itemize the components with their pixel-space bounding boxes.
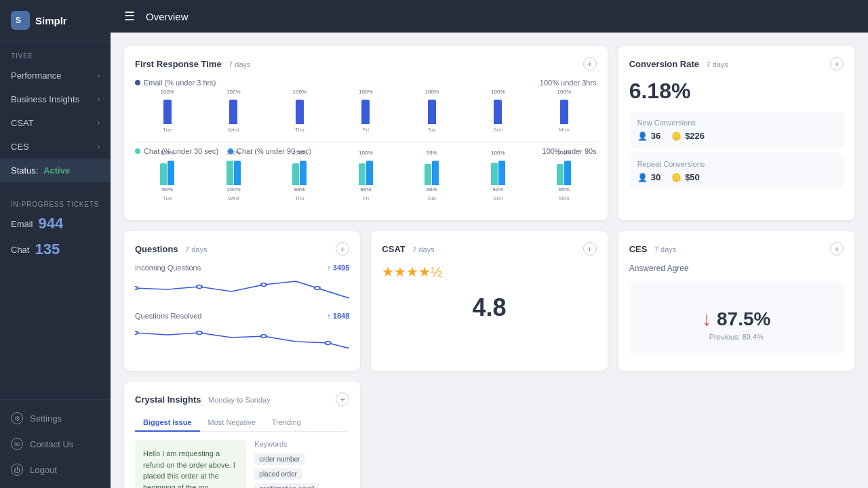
- logout-label: Logout: [30, 465, 57, 475]
- logo-area: S Simplr: [0, 0, 111, 41]
- card-add-button[interactable]: +: [336, 392, 349, 406]
- bar-container: [557, 158, 571, 185]
- ces-card: CES 7 days + Answered Agree ↓ 87.5% Prev…: [618, 231, 854, 371]
- email-percent: 100%: [540, 79, 559, 87]
- card-header: CES 7 days +: [629, 242, 844, 256]
- settings-label: Settings: [30, 413, 62, 424]
- bar-day: Thu: [295, 195, 304, 201]
- chevron-right-icon: ›: [98, 119, 100, 127]
- bar-container: [226, 158, 241, 185]
- card-title-area: CES 7 days: [629, 243, 677, 255]
- bar-label-side: 88%: [294, 186, 305, 192]
- email-bar-chart: 100% Tue 100% Wed 100% Thu 100% Fri 100%…: [135, 92, 597, 133]
- bar-label-side: 89%: [360, 186, 371, 192]
- card-add-button[interactable]: +: [830, 57, 844, 70]
- up-arrow-icon: ↑: [327, 264, 331, 272]
- bar-label-top: 99%: [427, 150, 437, 156]
- card-title-area: Crystal Insights Monday to Sunday: [135, 393, 271, 405]
- topbar: ☰ Overview: [111, 0, 868, 33]
- ces-title: CES: [629, 244, 648, 254]
- chat-chart-section: Chat (% under 30 sec) Chat (% under 90 s…: [135, 147, 597, 201]
- csat-card: CSAT 7 days + ★★★★½ 4.8: [371, 231, 607, 371]
- chat-blue-bar: [498, 161, 505, 185]
- sidebar-item-csat[interactable]: CSAT ›: [0, 111, 111, 135]
- bar-day: Wed: [228, 127, 239, 133]
- bar-label-top: 100%: [161, 89, 174, 95]
- bar-group-email-sun: 100% Sun: [466, 89, 531, 133]
- bar-label-top: 100%: [425, 89, 439, 95]
- bar-group-email-thu: 100% Thu: [267, 89, 332, 133]
- person-icon: 👤: [637, 131, 648, 141]
- hamburger-icon[interactable]: ☰: [124, 9, 135, 24]
- bar-container: [494, 97, 502, 124]
- new-conversions-row: 👤 36 🪙 $226: [637, 131, 835, 141]
- email-bar: [163, 100, 172, 124]
- gear-icon: ⚙: [11, 412, 23, 424]
- incoming-value: ↑ 3495: [327, 264, 349, 272]
- bar-day: Thu: [295, 127, 304, 133]
- card-add-button[interactable]: +: [830, 242, 844, 256]
- bar-label-top: 100%: [491, 89, 505, 95]
- csat-stars: ★★★★½: [382, 264, 596, 280]
- svg-point-5: [135, 331, 138, 335]
- chat-blue-bar: [167, 161, 174, 185]
- svg-point-4: [315, 287, 320, 290]
- questions-title: Questions: [135, 244, 178, 254]
- sidebar-item-performance[interactable]: Performance ›: [0, 64, 111, 87]
- repeat-revenue-item: 🪙 $50: [671, 172, 700, 182]
- crystal-body: Hello I am requesting a refund on the or…: [135, 440, 349, 488]
- bar-container: [359, 158, 373, 185]
- email-bar: [361, 100, 370, 124]
- keywords-tags: order numberplaced orderconfirmation ema…: [254, 453, 349, 488]
- bar-label-top: 100%: [359, 150, 372, 156]
- tab-biggest-issue[interactable]: Biggest Issue: [135, 414, 200, 432]
- bar-group-chat-sun: 100% 92% Sun: [466, 150, 531, 201]
- sidebar-logout[interactable]: ⏻ Logout: [0, 457, 111, 483]
- resolved-value: ↑ 1848: [327, 312, 349, 320]
- new-conversions-label: New Conversions: [637, 119, 835, 127]
- bar-label-top: 100%: [293, 150, 307, 156]
- bar-day: Fri: [363, 127, 369, 133]
- sidebar-settings[interactable]: ⚙ Settings: [0, 405, 111, 431]
- in-progress-section-label: IN-PROGRESS TICKETS: [0, 194, 111, 211]
- main-area: ☰ Overview First Response Time 7 days + …: [111, 0, 868, 488]
- svg-point-3: [261, 283, 267, 287]
- chat-cyan-bar: [226, 161, 233, 185]
- resolved-header: Questions Resolved ↑ 1848: [135, 312, 349, 320]
- card-header: Crystal Insights Monday to Sunday +: [135, 392, 349, 406]
- card-add-button[interactable]: +: [583, 242, 597, 256]
- ces-period: 7 days: [654, 245, 676, 253]
- email-value-right: 100% under 3hrs: [540, 79, 597, 87]
- bar-label-side: 100%: [226, 186, 240, 192]
- bar-day: Mon: [559, 195, 570, 201]
- bar-container: [425, 158, 439, 185]
- resolved-line-chart: [135, 323, 349, 353]
- logo-icon: S: [11, 11, 30, 30]
- chat-cyan-bar: [491, 163, 498, 185]
- bar-group-email-sat: 100% Sat: [399, 89, 465, 133]
- card-add-button[interactable]: +: [583, 57, 597, 70]
- coin-icon: 🪙: [671, 131, 682, 141]
- bar-group-chat-tue: 100% 90% Tue: [135, 150, 200, 201]
- bar-day: Sat: [428, 127, 436, 133]
- bar-container: [292, 158, 307, 185]
- tab-trending[interactable]: Trending: [264, 414, 309, 432]
- sidebar-item-business-insights[interactable]: Business Insights ›: [0, 87, 111, 111]
- bar-container: [428, 97, 436, 124]
- card-title-area: Questions 7 days: [135, 243, 207, 255]
- page-title: Overview: [146, 11, 189, 22]
- keyword-tag: confirmation email: [254, 483, 319, 488]
- sidebar-contact[interactable]: ✉ Contact Us: [0, 431, 111, 457]
- email-legend-item: Email (% under 3 hrs): [135, 79, 216, 87]
- incoming-questions-chart: Incoming Questions ↑ 3495: [135, 264, 349, 305]
- bar-group-email-wed: 100% Wed: [201, 89, 267, 133]
- chevron-right-icon: ›: [98, 143, 100, 150]
- card-add-button[interactable]: +: [336, 242, 349, 256]
- sidebar-item-ces[interactable]: CES ›: [0, 135, 111, 159]
- questions-period: 7 days: [185, 245, 207, 253]
- status-active-badge: Active: [43, 165, 70, 176]
- bar-day: Tue: [163, 195, 172, 201]
- bar-group-email-fri: 100% Fri: [334, 89, 399, 133]
- bar-group-email-mon: 100% Mon: [532, 89, 597, 133]
- tab-most-negative[interactable]: Most Negative: [200, 414, 264, 432]
